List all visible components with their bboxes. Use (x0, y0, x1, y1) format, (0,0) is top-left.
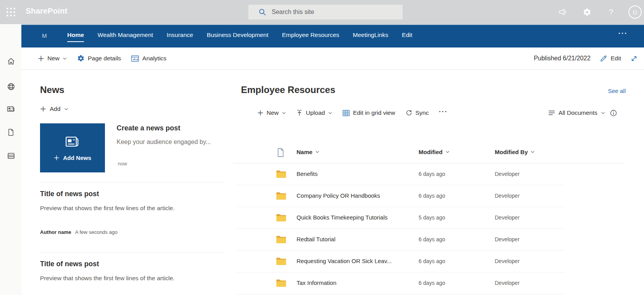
plus-icon (38, 55, 44, 62)
new-button-label: New (47, 55, 59, 62)
nav-tab-employee-resources[interactable]: Employee Resources (282, 29, 339, 42)
new-button[interactable]: New (38, 55, 67, 62)
folder-icon (276, 170, 286, 178)
table-row[interactable]: Redtail Tutorial 6 days ago Developer (233, 229, 625, 251)
row-name[interactable]: Requesting Vacation OR Sick Leav... (297, 258, 392, 264)
row-modified: 6 days ago (419, 171, 445, 177)
table-row[interactable]: Company Policy OR Handbooks 6 days ago D… (233, 185, 625, 207)
table-row[interactable]: Tax Information 6 days ago Developer (233, 272, 625, 294)
library-new-button[interactable]: New (257, 109, 286, 116)
column-header-name[interactable]: Name (297, 149, 319, 155)
see-all-link[interactable]: See all (608, 88, 626, 94)
rail-news-button[interactable] (5, 103, 17, 115)
upload-label: Upload (306, 109, 325, 116)
list-icon (7, 151, 16, 160)
news-post-time: A few seconds ago (75, 229, 117, 235)
library-title: Employee Resources (241, 84, 335, 95)
expand-page-button[interactable] (630, 55, 638, 62)
site-logo[interactable]: M (42, 32, 47, 39)
library-more-button[interactable]: ··· (439, 108, 448, 118)
edit-page-label: Edit (611, 55, 621, 62)
folder-icon (276, 192, 286, 200)
row-modified: 6 days ago (419, 280, 445, 286)
plus-icon (54, 155, 59, 161)
help-button[interactable]: ? (604, 5, 618, 19)
nav-tab-home[interactable]: Home (67, 29, 84, 42)
nav-tab-meetinglinks[interactable]: MeetingLinks (353, 29, 388, 42)
announcements-button[interactable] (556, 5, 569, 19)
site-search[interactable] (248, 5, 403, 19)
left-rail (0, 24, 21, 295)
news-title: News (40, 84, 65, 95)
nav-overflow-button[interactable]: ··· (618, 30, 628, 38)
home-icon (7, 57, 16, 66)
pencil-icon (600, 54, 607, 62)
news-promo-subtitle: Keep your audience engaged by... (117, 139, 211, 146)
news-icon (6, 104, 16, 114)
news-post-preview: Preview that shows the first few lines o… (40, 205, 175, 212)
published-status: Published 6/21/2022 (534, 55, 590, 62)
table-row[interactable]: Quick Books Timekeeping Tutorials 5 days… (233, 207, 625, 229)
chevron-down-icon (328, 112, 332, 114)
folder-icon (276, 214, 286, 222)
table-row[interactable]: Requesting Vacation OR Sick Leav... 6 da… (233, 251, 625, 272)
news-divider (40, 252, 225, 253)
account-avatar[interactable]: D (628, 5, 642, 19)
rail-home-button[interactable] (5, 55, 17, 67)
nav-tab-insurance[interactable]: Insurance (167, 29, 193, 42)
news-post-title[interactable]: Title of news post (40, 190, 99, 198)
edit-grid-view-button[interactable]: Edit in grid view (342, 109, 395, 116)
file-type-column-icon[interactable] (277, 148, 284, 157)
edit-page-button[interactable]: Edit (600, 54, 621, 62)
column-header-modified[interactable]: Modified (419, 149, 450, 155)
row-divider (236, 294, 565, 294)
row-modified-by: Developer (495, 193, 520, 199)
nav-tab-business-development[interactable]: Business Development (207, 29, 269, 42)
gear-icon (77, 54, 85, 62)
rail-global-button[interactable] (5, 80, 17, 93)
rail-lists-button[interactable] (5, 149, 17, 162)
row-name[interactable]: Redtail Tutorial (297, 236, 335, 242)
table-body: Benefits 6 days ago Developer Company Po… (233, 163, 625, 294)
search-icon (258, 8, 266, 16)
upload-button[interactable]: Upload (296, 109, 332, 116)
page-content: News Add Add News Create a news post Kee… (21, 70, 644, 295)
page-details-button[interactable]: Page details (77, 54, 121, 62)
chevron-down-icon (63, 57, 67, 60)
chevron-down-icon (64, 108, 68, 111)
analytics-button[interactable]: Analytics (131, 55, 166, 62)
view-selector[interactable]: All Documents (548, 109, 605, 116)
nav-items: Home Wealth Management Insurance Busines… (67, 29, 412, 42)
sharepoint-page: { "suitebar": { "app_name": "SharePoint"… (0, 0, 644, 295)
view-list-icon (548, 110, 555, 116)
add-news-tile[interactable]: Add News (40, 123, 105, 172)
settings-button[interactable] (580, 5, 593, 19)
search-input[interactable] (272, 9, 388, 16)
waffle-icon (6, 7, 16, 17)
news-post-title[interactable]: Title of news post (40, 260, 99, 268)
page-details-label: Page details (88, 55, 121, 62)
row-modified: 6 days ago (419, 236, 445, 242)
row-modified: 6 days ago (419, 258, 445, 264)
app-launcher-button[interactable] (4, 6, 18, 18)
library-info-button[interactable] (610, 109, 617, 117)
chevron-down-icon (282, 112, 286, 114)
row-name[interactable]: Quick Books Timekeeping Tutorials (297, 214, 387, 221)
info-icon (610, 109, 617, 117)
chevron-down-icon (601, 112, 605, 114)
news-add-button[interactable]: Add (40, 105, 68, 112)
column-header-modified-by[interactable]: Modified By (495, 149, 535, 155)
news-divider (40, 182, 225, 183)
row-modified-by: Developer (495, 258, 520, 264)
rail-documents-button[interactable] (5, 126, 17, 139)
table-row[interactable]: Benefits 6 days ago Developer (233, 163, 625, 185)
table-header: Name Modified Modified By (233, 142, 625, 163)
nav-tab-wealth-management[interactable]: Wealth Management (98, 29, 153, 42)
row-name[interactable]: Company Policy OR Handbooks (297, 192, 380, 199)
row-name[interactable]: Tax Information (297, 279, 337, 286)
sync-button[interactable]: Sync (405, 109, 429, 116)
news-promo-title[interactable]: Create a news post (117, 124, 180, 132)
nav-tab-edit[interactable]: Edit (402, 29, 412, 42)
edit-grid-view-label: Edit in grid view (353, 109, 395, 116)
row-name[interactable]: Benefits (297, 170, 318, 177)
